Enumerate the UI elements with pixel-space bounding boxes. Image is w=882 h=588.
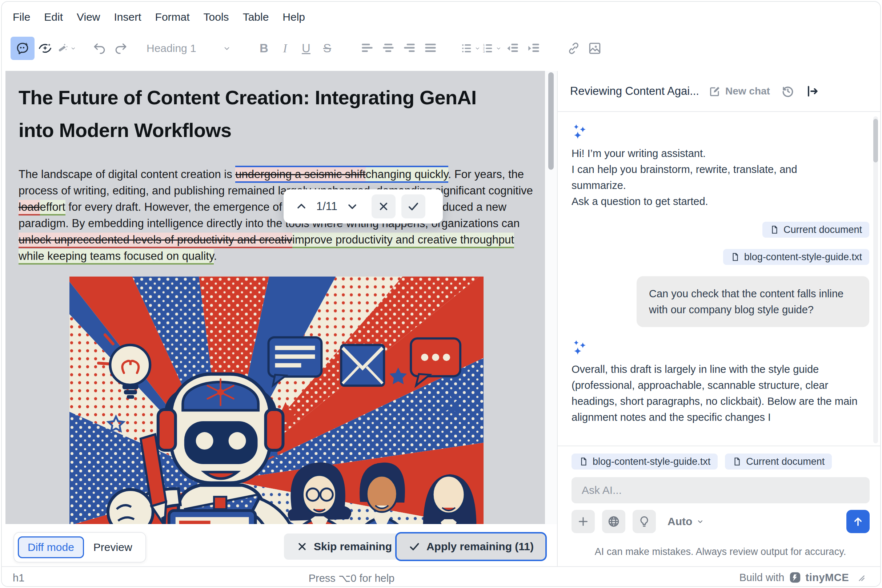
ai-review-button[interactable] bbox=[35, 37, 56, 60]
send-button[interactable] bbox=[846, 510, 870, 533]
numbered-list-button[interactable]: 123 bbox=[481, 37, 502, 60]
attach-button[interactable] bbox=[571, 510, 595, 533]
model-mode-select[interactable]: Auto bbox=[667, 515, 705, 528]
menu-help[interactable]: Help bbox=[282, 11, 305, 23]
align-left-button[interactable] bbox=[357, 37, 378, 60]
chevron-down-icon bbox=[696, 517, 705, 526]
preview-tab[interactable]: Preview bbox=[84, 541, 142, 554]
ai-sparkle-icon bbox=[571, 122, 591, 141]
assistant-capabilities: I can help you brainstorm, rewrite, tran… bbox=[571, 161, 833, 194]
align-center-button[interactable] bbox=[378, 37, 399, 60]
document-icon bbox=[730, 252, 740, 262]
bullet-list-button[interactable] bbox=[460, 37, 481, 60]
ai-assistant-button[interactable] bbox=[11, 37, 35, 60]
diff-del[interactable]: unlock unprecedented levels of productiv… bbox=[18, 232, 292, 248]
redo-button[interactable] bbox=[110, 37, 131, 60]
ai-sidebar: Reviewing Content Agai... New chat Hi! I… bbox=[558, 71, 881, 566]
indent-button[interactable] bbox=[523, 37, 544, 60]
collapse-sidebar-button[interactable] bbox=[805, 84, 819, 98]
italic-button[interactable]: I bbox=[275, 42, 296, 55]
assistant-greeting: Hi! I’m your writing assistant. bbox=[571, 146, 869, 161]
menu-file[interactable]: File bbox=[13, 11, 30, 23]
magic-wand-button[interactable] bbox=[56, 37, 77, 60]
help-shortcut-text: Press ⌥0 for help bbox=[272, 572, 431, 584]
menu-insert[interactable]: Insert bbox=[114, 11, 141, 23]
collapse-panel-icon bbox=[805, 84, 819, 98]
editor-scrollbar-track[interactable] bbox=[545, 71, 557, 524]
attached-chip-current-document[interactable]: Current document bbox=[725, 453, 832, 470]
history-icon bbox=[781, 84, 795, 98]
menu-table[interactable]: Table bbox=[243, 11, 269, 23]
align-right-button[interactable] bbox=[399, 37, 420, 60]
editor-content[interactable]: The Future of Content Creation: Integrat… bbox=[6, 71, 545, 524]
document-heading: The Future of Content Creation: Integrat… bbox=[18, 81, 506, 147]
diff-counter: 1/11 bbox=[316, 200, 337, 213]
compose-icon bbox=[709, 85, 721, 98]
close-icon bbox=[377, 200, 390, 213]
assistant-prompt: Ask a question to get started. bbox=[571, 194, 869, 209]
diff-navigation-popup: 1/11 bbox=[284, 189, 443, 224]
editor-scrollbar-thumb[interactable] bbox=[548, 72, 554, 170]
previous-diff-button[interactable] bbox=[293, 198, 310, 215]
chevron-down-icon bbox=[495, 44, 502, 52]
chat-transcript[interactable]: Hi! I’m your writing assistant. I can he… bbox=[558, 112, 881, 446]
diff-ins[interactable]: changing quickly bbox=[366, 166, 448, 183]
element-path[interactable]: h1 bbox=[13, 572, 24, 584]
outdent-button[interactable] bbox=[502, 37, 523, 60]
reject-diff-button[interactable] bbox=[371, 194, 395, 218]
chevron-down-icon bbox=[474, 44, 481, 52]
user-message: Can you check that the content falls inl… bbox=[637, 276, 869, 327]
context-chip-current-document[interactable]: Current document bbox=[762, 222, 869, 238]
chat-scrollbar-thumb[interactable] bbox=[873, 119, 878, 162]
ai-disclaimer: AI can make mistakes. Always review outp… bbox=[558, 546, 881, 558]
paragraph-text: for every draft. However, the emergence … bbox=[18, 201, 520, 230]
view-mode-toggle: Diff mode Preview bbox=[14, 532, 146, 562]
conversation-title: Reviewing Content Agai... bbox=[570, 85, 699, 98]
apply-remaining-button[interactable]: Apply remaining (11) bbox=[395, 532, 547, 561]
web-search-button[interactable] bbox=[602, 510, 625, 533]
link-button[interactable] bbox=[563, 37, 584, 60]
menu-format[interactable]: Format bbox=[155, 11, 190, 23]
svg-text:3: 3 bbox=[483, 50, 485, 53]
bold-button[interactable]: B bbox=[253, 41, 275, 55]
chat-scrollbar-track[interactable] bbox=[873, 116, 878, 443]
menu-tools[interactable]: Tools bbox=[204, 11, 229, 23]
accept-diff-button[interactable] bbox=[401, 194, 425, 218]
align-justify-button[interactable] bbox=[420, 37, 441, 60]
block-format-select[interactable]: Heading 1 bbox=[144, 42, 234, 54]
paragraph-text: . bbox=[214, 250, 217, 262]
document-paragraph: The landscape of digital content creatio… bbox=[18, 166, 536, 264]
chevron-down-icon bbox=[222, 44, 231, 53]
skip-remaining-button[interactable]: Skip remaining bbox=[284, 534, 404, 560]
strikethrough-button[interactable]: S bbox=[317, 41, 338, 55]
menu-edit[interactable]: Edit bbox=[44, 11, 63, 23]
globe-icon bbox=[607, 515, 620, 528]
document-icon bbox=[770, 225, 779, 234]
underline-button[interactable]: U bbox=[296, 41, 317, 55]
menu-view[interactable]: View bbox=[77, 11, 100, 23]
check-icon bbox=[407, 200, 420, 213]
new-chat-button[interactable]: New chat bbox=[709, 85, 770, 98]
diff-ins[interactable]: effort bbox=[40, 200, 65, 216]
chevron-down-icon bbox=[70, 44, 77, 52]
chat-history-button[interactable] bbox=[781, 84, 795, 98]
undo-button[interactable] bbox=[89, 37, 110, 60]
diff-mode-tab[interactable]: Diff mode bbox=[18, 536, 84, 558]
diff-del[interactable]: load bbox=[18, 200, 40, 216]
ask-ai-placeholder: Ask AI... bbox=[582, 484, 622, 496]
diff-footer: Diff mode Preview Skip remaining Apply r… bbox=[6, 524, 557, 566]
context-chip-style-guide[interactable]: blog-content-style-guide.txt bbox=[723, 249, 869, 265]
close-icon bbox=[296, 541, 308, 552]
paragraph-text: The landscape of digital content creatio… bbox=[18, 168, 235, 181]
assistant-reply: Overall, this draft is largely in line w… bbox=[571, 361, 869, 425]
ask-ai-input[interactable]: Ask AI... bbox=[571, 477, 870, 503]
suggestions-button[interactable] bbox=[633, 510, 656, 533]
diff-del[interactable]: undergoing a seismic shift bbox=[235, 166, 365, 183]
resize-handle-icon[interactable] bbox=[856, 573, 865, 582]
toolbar: Heading 1 B I U S 123 bbox=[11, 35, 606, 62]
branding[interactable]: Build with tinyMCE bbox=[739, 571, 865, 584]
next-diff-button[interactable] bbox=[344, 198, 361, 215]
attached-chip-style-guide[interactable]: blog-content-style-guide.txt bbox=[571, 453, 718, 470]
block-format-label: Heading 1 bbox=[147, 42, 196, 54]
insert-image-button[interactable] bbox=[584, 37, 606, 60]
